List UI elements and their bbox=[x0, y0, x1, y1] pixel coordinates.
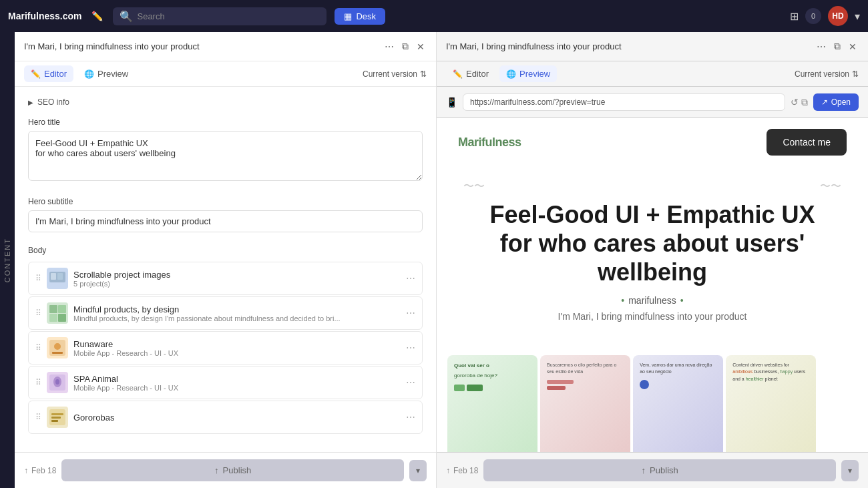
bullet-text: marifulness bbox=[628, 295, 676, 306]
website-nav: Marifulness Contact me bbox=[437, 118, 868, 166]
project-card-text-3: Content driven websites for ambitious bu… bbox=[732, 362, 809, 383]
website-contact-button[interactable]: Contact me bbox=[767, 129, 847, 156]
editor-publish-date: ↑ Feb 18 bbox=[24, 466, 56, 475]
item-info-0: Scrollable project images 5 project(s) bbox=[73, 270, 401, 288]
item-more-2[interactable]: ⋯ bbox=[406, 342, 415, 353]
website-hero-sub: I'm Mari, I bring mindfulness into your … bbox=[463, 311, 841, 322]
tab-preview[interactable]: 🌐 Preview bbox=[77, 65, 135, 82]
svg-rect-5 bbox=[49, 314, 57, 322]
preview-split-icon[interactable]: ⧉ bbox=[832, 39, 843, 54]
preview-panel-title: I'm Mari, I bring mindfulness into your … bbox=[446, 41, 809, 51]
preview-chevron-icon: ⇅ bbox=[852, 69, 859, 79]
topnav-right: ⊞ 0 HD ▾ bbox=[790, 6, 860, 26]
item-info-1: Mindful products, by design Mindful prod… bbox=[73, 304, 401, 322]
editor-publish-chevron[interactable]: ▾ bbox=[409, 460, 427, 481]
project-card-text-2: Vem, vamos dar uma nova direção ao seu n… bbox=[640, 362, 716, 389]
item-thumb-2 bbox=[47, 337, 68, 358]
copy-icon[interactable]: ⧉ bbox=[801, 97, 808, 108]
version-button[interactable]: Current version ⇅ bbox=[363, 69, 427, 79]
preview-publish-upload-icon: ↑ bbox=[642, 465, 646, 475]
seo-toggle[interactable]: ▶ SEO info bbox=[28, 97, 423, 107]
editor-panel: I'm Mari, I bring mindfulness into your … bbox=[15, 32, 437, 488]
drag-handle-0[interactable]: ⠿ bbox=[35, 274, 41, 283]
preview-tab-editor[interactable]: ✏️ Editor bbox=[446, 65, 495, 82]
apps-icon[interactable]: ⊞ bbox=[790, 10, 799, 23]
project-card-2: Vem, vamos dar uma nova direção ao seu n… bbox=[633, 355, 723, 452]
item-more-1[interactable]: ⋯ bbox=[406, 308, 415, 318]
edit-icon[interactable]: ✏️ bbox=[89, 9, 105, 23]
preview-pencil-icon: ✏️ bbox=[453, 69, 463, 79]
top-nav: Marifulness.com ✏️ 🔍 ▦ Desk ⊞ 0 HD ▾ bbox=[0, 0, 868, 32]
publish-upload-icon: ↑ bbox=[214, 465, 219, 475]
editor-publish-button[interactable]: ↑ Publish bbox=[61, 459, 404, 481]
tab-editor[interactable]: ✏️ Editor bbox=[24, 65, 73, 82]
item-more-3[interactable]: ⋯ bbox=[406, 377, 415, 388]
preview-url-bar: https://marifulness.com/?preview=true bbox=[463, 93, 785, 111]
close-icon[interactable]: ✕ bbox=[415, 39, 427, 54]
project-card-1: Buscaremos o cilo perfeito para o seu es… bbox=[540, 355, 630, 452]
avatar[interactable]: HD bbox=[828, 6, 848, 26]
item-meta-0: 5 project(s) bbox=[73, 280, 401, 288]
preview-header-actions: ⋯ ⧉ ✕ bbox=[815, 39, 859, 54]
svg-point-8 bbox=[54, 343, 61, 350]
hero-title-input[interactable]: Feel-Good UI + Empathic UX for who cares… bbox=[28, 131, 423, 181]
preview-version-button[interactable]: Current version ⇅ bbox=[795, 69, 859, 79]
drag-handle-4[interactable]: ⠿ bbox=[35, 413, 41, 422]
preview-more-icon[interactable]: ⋯ bbox=[815, 39, 828, 54]
bullet-dot-right: • bbox=[680, 295, 684, 306]
project-card-text-1: Buscaremos o cilo perfeito para o seu es… bbox=[547, 362, 624, 390]
notification-badge[interactable]: 0 bbox=[805, 8, 821, 24]
editor-content: ▶ SEO info Hero title Feel-Good UI + Emp… bbox=[15, 87, 436, 452]
item-thumb-1 bbox=[47, 302, 68, 324]
body-item-0: ⠿ Scrollable project images 5 project(s)… bbox=[28, 262, 423, 295]
item-thumb-0 bbox=[47, 268, 68, 289]
preview-tab-preview[interactable]: 🌐 Preview bbox=[499, 65, 557, 82]
main-layout: Content I'm Mari, I bring mindfulness in… bbox=[0, 32, 868, 488]
chevron-up-down-icon: ⇅ bbox=[420, 69, 427, 79]
globe-icon: 🌐 bbox=[84, 69, 94, 79]
split-view-icon[interactable]: ⧉ bbox=[400, 39, 411, 54]
item-more-4[interactable]: ⋯ bbox=[406, 412, 415, 423]
svg-rect-16 bbox=[51, 420, 58, 422]
svg-rect-14 bbox=[51, 413, 63, 415]
drag-handle-3[interactable]: ⠿ bbox=[35, 378, 41, 387]
seo-label: SEO info bbox=[37, 97, 69, 107]
website-deco-row: 〜〜 〜〜 bbox=[463, 180, 841, 194]
svg-rect-2 bbox=[57, 273, 63, 280]
url-text: https://marifulness.com/?preview=true bbox=[470, 97, 605, 107]
item-thumb-4 bbox=[47, 407, 68, 428]
search-input[interactable] bbox=[137, 11, 320, 21]
hero-subtitle-input[interactable] bbox=[28, 210, 423, 232]
item-name-4: Gororobas bbox=[73, 413, 401, 423]
preview-open-button[interactable]: ↗ Open bbox=[813, 93, 859, 111]
preview-close-icon[interactable]: ✕ bbox=[847, 39, 859, 54]
project-card-0: Quol vai ser o gororoba de hoje? bbox=[447, 355, 537, 452]
item-more-0[interactable]: ⋯ bbox=[406, 273, 415, 284]
website-preview: Marifulness Contact me 〜〜 〜〜 Feel-Good U… bbox=[437, 118, 868, 452]
preview-up-arrow-icon: ↑ bbox=[446, 466, 450, 475]
editor-header-actions: ⋯ ⧉ ✕ bbox=[383, 39, 427, 54]
item-name-1: Mindful products, by design bbox=[73, 304, 401, 314]
website-projects-row: Quol vai ser o gororoba de hoje? bbox=[437, 355, 868, 452]
item-thumb-3 bbox=[47, 372, 68, 393]
account-chevron[interactable]: ▾ bbox=[855, 10, 860, 23]
hero-title-group: Hero title Feel-Good UI + Empathic UX fo… bbox=[28, 117, 423, 184]
preview-publish-button[interactable]: ↑ Publish bbox=[483, 459, 836, 481]
more-options-icon[interactable]: ⋯ bbox=[383, 39, 396, 54]
preview-website-content: Marifulness Contact me 〜〜 〜〜 Feel-Good U… bbox=[437, 118, 868, 452]
mobile-view-icon[interactable]: 📱 bbox=[446, 97, 457, 107]
item-meta-2: Mobile App - Research - UI - UX bbox=[73, 349, 401, 357]
site-logo: Marifulness.com bbox=[8, 11, 81, 21]
svg-point-12 bbox=[55, 379, 59, 385]
desk-button[interactable]: ▦ Desk bbox=[335, 8, 385, 25]
svg-rect-1 bbox=[51, 273, 56, 280]
drag-handle-1[interactable]: ⠿ bbox=[35, 308, 41, 318]
preview-tab-bar: ✏️ Editor 🌐 Preview Current version ⇅ bbox=[437, 61, 868, 87]
preview-publish-chevron[interactable]: ▾ bbox=[841, 460, 859, 481]
refresh-icon[interactable]: ↺ bbox=[791, 97, 799, 108]
svg-rect-9 bbox=[52, 352, 63, 354]
search-icon: 🔍 bbox=[120, 10, 133, 23]
drag-handle-2[interactable]: ⠿ bbox=[35, 343, 41, 352]
item-meta-1: Mindful products, by design I'm passiona… bbox=[73, 314, 401, 322]
body-item-2: ⠿ Runaware Mobile App - Research - UI - … bbox=[28, 331, 423, 364]
